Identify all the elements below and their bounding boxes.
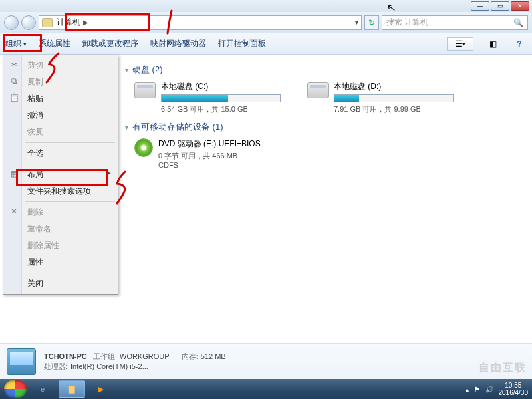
details-pane: TCHOTN-PC 工作组:WORKGROUP 内存:512 MB 处理器:In…: [0, 343, 532, 379]
open-control-panel-button[interactable]: 打开控制面板: [218, 38, 266, 49]
drive-c[interactable]: 本地磁盘 (C:) 6.54 GB 可用，共 15.0 GB: [134, 81, 281, 114]
drive-d-capacity-bar: [334, 94, 454, 102]
window-titlebar: — ▭ ✕: [0, 0, 532, 12]
help-button[interactable]: ?: [512, 37, 527, 51]
organize-button[interactable]: 组织 ▾: [5, 38, 27, 49]
system-tray[interactable]: ▴ ⚑ 🔊 10:55 2016/4/30: [466, 382, 529, 396]
minimize-button[interactable]: —: [471, 1, 489, 11]
layout-icon: ▦: [9, 168, 19, 179]
section-header-hdd[interactable]: 硬盘 (2): [125, 64, 525, 76]
menu-delete[interactable]: ✕删除: [5, 204, 116, 221]
hdd-icon: [307, 82, 329, 98]
refresh-button[interactable]: ↻: [364, 15, 379, 30]
menu-select-all[interactable]: 全选: [5, 145, 116, 162]
dvd-capacity: 0 字节 可用，共 466 MB: [158, 151, 261, 161]
menu-cut[interactable]: ✂剪切: [5, 57, 116, 74]
pc-name: TCHOTN-PC: [44, 352, 87, 360]
menu-separator: [25, 201, 115, 202]
action-center-icon[interactable]: ⚑: [474, 386, 480, 393]
clock[interactable]: 10:55 2016/4/30: [499, 382, 529, 396]
section-header-removable[interactable]: 有可移动存储的设备 (1): [125, 121, 525, 133]
volume-icon[interactable]: 🔊: [485, 386, 493, 393]
drive-d-title: 本地磁盘 (D:): [334, 81, 454, 92]
drive-c-title: 本地磁盘 (C:): [161, 81, 281, 92]
chevron-down-icon: ▾: [23, 41, 27, 47]
computer-large-icon: [7, 348, 36, 375]
taskbar-explorer[interactable]: ▇: [59, 380, 85, 398]
cpu-value: Intel(R) Core(TM) i5-2...: [70, 362, 148, 370]
dvd-title: DVD 驱动器 (E:) UEFI+BIOS: [158, 138, 261, 150]
hdd-icon: [134, 82, 156, 98]
watermark: 自由互联: [479, 361, 527, 375]
content-pane: 硬盘 (2) 本地磁盘 (C:) 6.54 GB 可用，共 15.0 GB 本地…: [118, 55, 532, 342]
taskbar-ie[interactable]: e: [29, 380, 56, 398]
disc-icon: [134, 138, 153, 157]
close-button[interactable]: ✕: [511, 1, 529, 11]
menu-remove-properties[interactable]: 删除属性: [5, 237, 116, 254]
start-button[interactable]: [4, 380, 27, 398]
menu-properties[interactable]: 属性: [5, 254, 116, 271]
menu-redo[interactable]: 恢复: [5, 124, 116, 140]
cut-icon: ✂: [9, 59, 19, 70]
menu-layout[interactable]: ▦布局▶: [5, 166, 116, 183]
folder-icon: ▇: [69, 385, 74, 394]
address-dropdown-icon[interactable]: ▾: [355, 19, 358, 26]
drive-c-capacity-bar: [161, 94, 281, 102]
delete-icon: ✕: [9, 206, 19, 217]
drive-d-text: 7.91 GB 可用，共 9.99 GB: [334, 104, 454, 114]
address-location: 计算机: [57, 17, 80, 28]
menu-close[interactable]: 关闭: [5, 275, 116, 292]
uninstall-programs-button[interactable]: 卸载或更改程序: [82, 38, 138, 49]
maximize-button[interactable]: ▭: [491, 1, 509, 11]
submenu-arrow-icon: ▶: [106, 169, 111, 176]
views-icon: ☰: [455, 39, 462, 49]
menu-paste[interactable]: 📋粘贴: [5, 90, 116, 107]
search-icon: 🔍: [513, 18, 523, 27]
menu-separator: [25, 273, 115, 273]
breadcrumb-chevron-icon[interactable]: ▶: [83, 19, 88, 26]
menu-separator: [25, 142, 115, 143]
system-properties-button[interactable]: 系统属性: [39, 38, 70, 49]
taskbar: e ▇ ▶ ▴ ⚑ 🔊 10:55 2016/4/30: [0, 379, 532, 399]
address-bar[interactable]: 计算机 ▶ ▾: [39, 15, 362, 30]
preview-pane-button[interactable]: ◧: [485, 37, 500, 51]
wmp-icon: ▶: [98, 385, 104, 394]
search-input[interactable]: 搜索 计算机 🔍: [382, 15, 528, 30]
map-network-drive-button[interactable]: 映射网络驱动器: [150, 38, 206, 49]
ie-icon: e: [41, 385, 45, 393]
drive-d[interactable]: 本地磁盘 (D:) 7.91 GB 可用，共 9.99 GB: [307, 81, 454, 114]
dvd-drive[interactable]: DVD 驱动器 (E:) UEFI+BIOS 0 字节 可用，共 466 MB …: [125, 138, 525, 169]
taskbar-media-player[interactable]: ▶: [88, 380, 114, 398]
memory-value: 512 MB: [201, 352, 226, 360]
paste-icon: 📋: [9, 92, 19, 103]
drive-c-text: 6.54 GB 可用，共 15.0 GB: [161, 104, 281, 114]
dvd-filesystem: CDFS: [158, 161, 261, 169]
nav-forward-button[interactable]: [21, 15, 36, 30]
menu-separator: [25, 164, 115, 164]
copy-icon: ⧉: [9, 76, 19, 86]
command-toolbar: 组织 ▾ 系统属性 卸载或更改程序 映射网络驱动器 打开控制面板 ☰ ▾ ◧ ?: [0, 33, 532, 55]
menu-copy[interactable]: ⧉复制: [5, 74, 116, 90]
tray-up-icon[interactable]: ▴: [466, 386, 469, 393]
menu-rename[interactable]: 重命名: [5, 221, 116, 237]
organize-menu: ✂剪切 ⧉复制 📋粘贴 撤消 恢复 全选 ▦布局▶ 文件夹和搜索选项 ✕删除 重…: [3, 55, 118, 295]
menu-undo[interactable]: 撤消: [5, 107, 116, 124]
nav-back-button[interactable]: [4, 15, 19, 30]
search-placeholder: 搜索 计算机: [386, 17, 428, 28]
workgroup-value: WORKGROUP: [120, 352, 169, 360]
computer-icon: [42, 18, 53, 27]
menu-folder-options[interactable]: 文件夹和搜索选项: [5, 183, 116, 200]
views-button[interactable]: ☰ ▾: [447, 37, 473, 51]
address-bar-row: 计算机 ▶ ▾ ↻ 搜索 计算机 🔍: [0, 12, 532, 33]
